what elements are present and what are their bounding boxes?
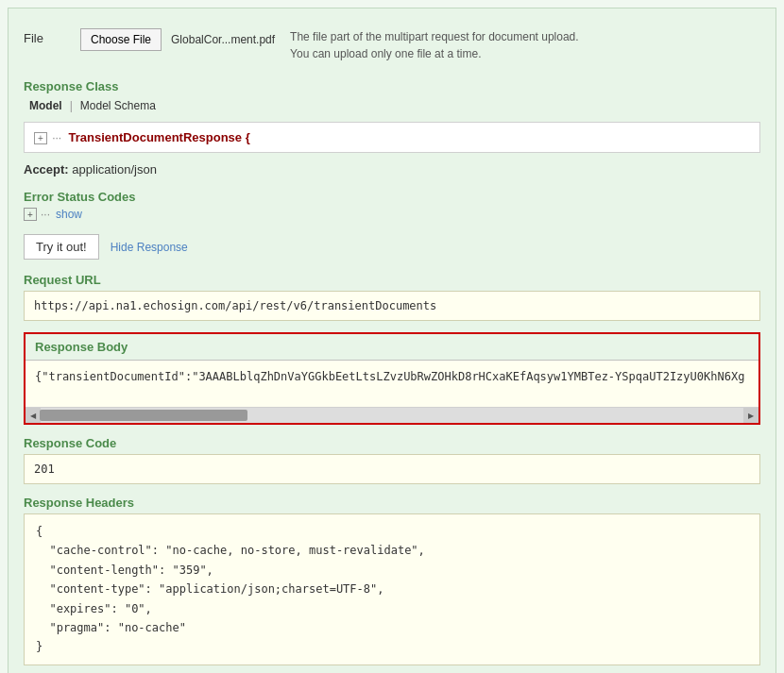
error-show-link[interactable]: show [56,208,82,221]
accept-line: Accept: application/json [24,162,760,177]
response-body-content: {"transientDocumentId":"3AAABLblqZhDnVaY… [26,361,758,408]
file-name-display: GlobalCor...ment.pdf [165,29,281,50]
error-expand-icon[interactable]: + [24,208,37,221]
model-expand-icon: + ··· [34,131,69,144]
request-url-box: https://api.na1.echosign.com/api/rest/v6… [24,291,760,321]
response-class-header: Response Class [24,79,760,93]
file-row: File Choose File GlobalCor...ment.pdf Th… [24,20,760,62]
try-row: Try it out! Hide Response [24,234,760,260]
error-status-codes-section: Error Status Codes + ··· show [24,190,760,221]
main-container: File Choose File GlobalCor...ment.pdf Th… [8,8,776,673]
file-description: The file part of the multipart request f… [290,24,592,62]
model-ellipsis: ··· [52,131,61,144]
tab-separator: | [68,97,75,114]
request-url-header: Request URL [24,273,760,287]
response-code-header: Response Code [24,436,760,450]
scroll-left-arrow[interactable]: ◀ [26,408,41,423]
hide-response-link[interactable]: Hide Response [111,241,188,254]
model-tabs: Model | Model Schema [24,97,760,114]
response-code-section: Response Code 201 [24,436,760,484]
headers-content: { "cache-control": "no-cache, no-store, … [36,525,425,653]
model-class-name: TransientDocumentResponse { [69,130,250,144]
request-url-section: Request URL https://api.na1.echosign.com… [24,273,760,321]
choose-file-button[interactable]: Choose File [80,28,162,51]
accept-label: Accept: [24,162,69,177]
scroll-right-arrow[interactable]: ▶ [743,408,758,423]
response-headers-box: { "cache-control": "no-cache, no-store, … [24,513,760,665]
tab-model[interactable]: Model [24,97,68,114]
error-codes-expand: + ··· show [24,208,760,221]
response-body-section: Response Body {"transientDocumentId":"3A… [24,332,760,425]
response-headers-section: Response Headers { "cache-control": "no-… [24,496,760,665]
try-it-out-button[interactable]: Try it out! [24,234,99,260]
file-label: File [24,24,80,45]
accept-value: application/json [72,162,157,177]
expand-box[interactable]: + [34,132,47,144]
response-headers-header: Response Headers [24,496,760,510]
response-body-header: Response Body [26,334,758,361]
tab-model-schema[interactable]: Model Schema [75,97,162,114]
model-content: + ··· TransientDocumentResponse { [24,122,760,153]
response-class-section: Response Class Model | Model Schema + ··… [24,79,760,153]
scroll-thumb[interactable] [40,410,247,421]
response-code-box: 201 [24,454,760,484]
error-ellipsis: ··· [41,208,50,221]
response-body-scrollbar[interactable]: ◀ ▶ [26,408,758,423]
file-input-group: Choose File GlobalCor...ment.pdf [80,24,281,51]
error-status-codes-header: Error Status Codes [24,190,760,204]
